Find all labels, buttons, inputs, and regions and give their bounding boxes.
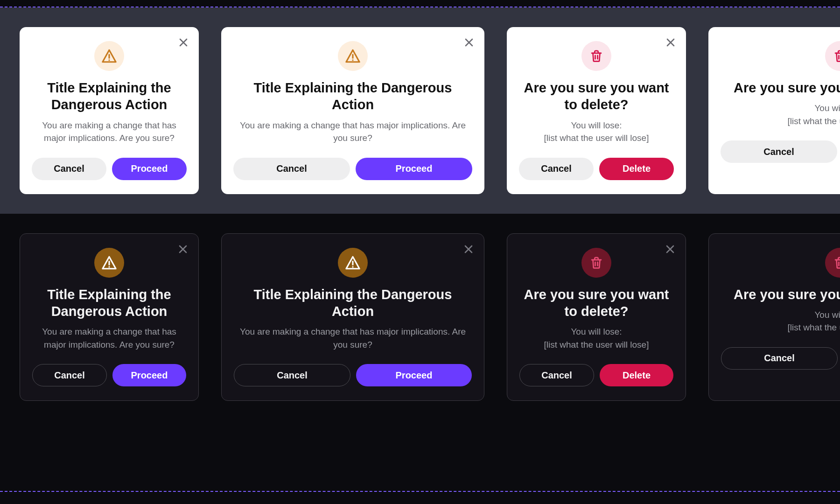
dialog-body: You are making a change that has major i… — [234, 325, 472, 351]
cancel-button[interactable]: Cancel — [32, 364, 107, 386]
dialog-body-line2: [list what the user will lose] — [544, 133, 649, 143]
dialog-warning-small-light: Title Explaining the Dangerous Action Yo… — [20, 27, 199, 194]
proceed-button[interactable]: Proceed — [112, 364, 186, 386]
dialog-body: You will lose: [list what the user will … — [544, 119, 649, 145]
warning-icon — [345, 255, 361, 271]
cancel-button[interactable]: Cancel — [721, 140, 837, 163]
dialog-body-line1: You will lose: — [814, 310, 840, 320]
dialog-body: You will lose: [list what the user will … — [544, 325, 649, 351]
dialog-body-line1: You will lose: — [814, 103, 840, 113]
trash-icon — [589, 256, 603, 270]
cancel-button[interactable]: Cancel — [519, 364, 594, 386]
dialog-delete-small-dark: Are you sure you want to delete? You wil… — [507, 233, 686, 401]
dark-theme-row: Title Explaining the Dangerous Action Yo… — [0, 214, 840, 421]
dialog-body-line1: You will lose: — [571, 120, 622, 130]
close-icon — [464, 37, 474, 48]
close-button[interactable] — [177, 36, 189, 49]
delete-button[interactable]: Delete — [599, 158, 674, 180]
delete-button[interactable]: Delete — [600, 364, 673, 386]
dialog-body-line2: [list what the user will lose] — [544, 340, 649, 350]
warning-icon — [345, 48, 361, 64]
dialog-warning-small-dark: Title Explaining the Dangerous Action Yo… — [20, 233, 199, 401]
warning-icon-badge — [338, 248, 368, 278]
dialog-body-line2: [list what the user will lose] — [788, 116, 840, 126]
warning-icon-badge — [338, 41, 368, 71]
trash-icon — [589, 49, 603, 63]
dialog-title: Title Explaining the Dangerous Action — [32, 79, 187, 113]
dialog-body: You are making a change that has major i… — [32, 325, 186, 351]
dialog-title: Title Explaining the Dangerous Action — [234, 286, 472, 320]
dialog-delete-medium-dark: Are you sure you want to delete? You wil… — [708, 233, 840, 401]
close-button[interactable] — [665, 36, 677, 49]
warning-icon — [101, 48, 117, 64]
cancel-button[interactable]: Cancel — [234, 364, 350, 386]
dialog-title: Title Explaining the Dangerous Action — [233, 79, 472, 113]
trash-icon — [833, 49, 840, 63]
trash-icon-badge — [581, 41, 611, 71]
close-icon — [463, 244, 474, 254]
dialog-body: You are making a change that has major i… — [32, 119, 187, 145]
close-button[interactable] — [462, 243, 475, 255]
warning-icon-badge — [94, 41, 124, 71]
dialog-title: Are you sure you want to delete? — [519, 286, 673, 320]
warning-icon — [101, 255, 117, 271]
close-button[interactable] — [177, 243, 189, 255]
cancel-button[interactable]: Cancel — [233, 158, 350, 180]
close-icon — [665, 37, 676, 48]
cancel-button[interactable]: Cancel — [32, 158, 106, 180]
dialog-body-line2: [list what the user will lose] — [788, 322, 840, 332]
close-button[interactable] — [664, 243, 676, 255]
dashed-border-bottom — [0, 491, 840, 492]
dialog-body: You will lose: [list what the user will … — [788, 102, 840, 127]
dialog-delete-medium-light: Are you sure you want to delete? You wil… — [708, 27, 840, 194]
dialog-warning-medium-dark: Title Explaining the Dangerous Action Yo… — [221, 233, 484, 401]
dialog-title: Are you sure you want to delete? — [734, 286, 840, 303]
close-icon — [665, 244, 675, 254]
trash-icon — [833, 256, 840, 270]
cancel-button[interactable]: Cancel — [721, 347, 838, 370]
trash-icon-badge — [825, 41, 840, 71]
proceed-button[interactable]: Proceed — [356, 364, 472, 386]
close-icon — [178, 244, 188, 254]
close-button[interactable] — [463, 36, 475, 49]
proceed-button[interactable]: Proceed — [112, 158, 187, 180]
dialog-body-line1: You will lose: — [571, 327, 622, 336]
dialog-title: Are you sure you want to delete? — [734, 79, 840, 96]
cancel-button[interactable]: Cancel — [519, 158, 594, 180]
dialog-delete-small-light: Are you sure you want to delete? You wil… — [507, 27, 686, 194]
warning-icon-badge — [94, 248, 124, 278]
dialog-body: You will lose: [list what the user will … — [788, 308, 840, 334]
close-icon — [178, 37, 189, 48]
dialog-title: Title Explaining the Dangerous Action — [32, 286, 186, 320]
proceed-button[interactable]: Proceed — [356, 158, 472, 180]
dialog-warning-medium-light: Title Explaining the Dangerous Action Yo… — [221, 27, 484, 194]
trash-icon-badge — [825, 248, 840, 278]
dialog-body: You are making a change that has major i… — [233, 119, 472, 145]
light-theme-row: Title Explaining the Dangerous Action Yo… — [0, 7, 840, 214]
trash-icon-badge — [581, 248, 611, 278]
dialog-title: Are you sure you want to delete? — [519, 79, 674, 113]
